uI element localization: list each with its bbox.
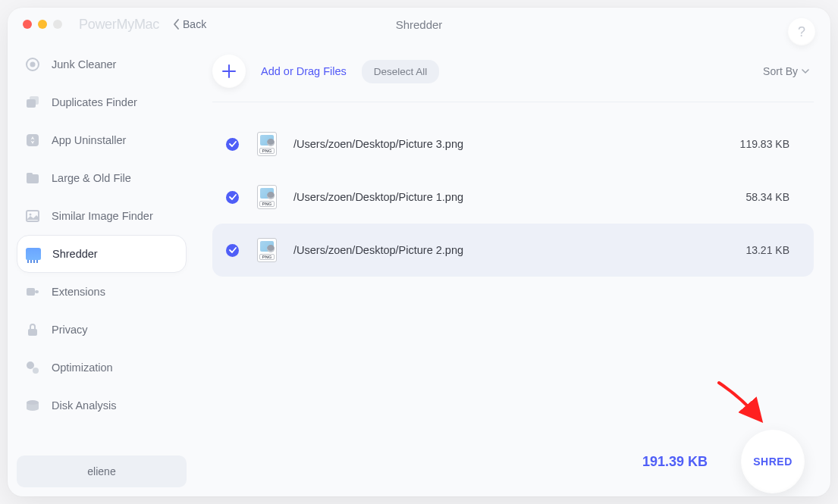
svg-rect-11 (28, 329, 37, 336)
file-path: /Users/zoen/Desktop/Picture 1.png (293, 191, 745, 203)
svg-rect-10 (35, 290, 39, 293)
plus-icon (221, 64, 237, 79)
file-checkbox[interactable] (226, 191, 239, 204)
svg-rect-6 (27, 173, 33, 176)
large-old-file-icon (24, 170, 41, 186)
svg-point-8 (30, 214, 32, 216)
total-size: 191.39 KB (642, 454, 708, 470)
sidebar-item-label: Extensions (52, 286, 105, 298)
shred-button[interactable]: SHRED (741, 430, 805, 493)
file-ext-label: PNG (259, 148, 274, 154)
sidebar-item-app-uninstaller[interactable]: App Uninstaller (17, 121, 187, 159)
sidebar-item-junk-cleaner[interactable]: Junk Cleaner (17, 45, 187, 83)
file-size: 58.34 KB (745, 191, 800, 203)
back-label: Back (183, 18, 206, 30)
file-row[interactable]: PNG/Users/zoen/Desktop/Picture 1.png58.3… (212, 171, 814, 224)
sidebar-item-similar-image-finder[interactable]: Similar Image Finder (17, 197, 187, 235)
sort-by-button[interactable]: Sort By (763, 65, 814, 77)
png-file-icon: PNG (257, 238, 277, 262)
sidebar-item-label: Large & Old File (52, 172, 131, 184)
sidebar-item-optimization[interactable]: Optimization (17, 349, 187, 387)
add-files-label: Add or Drag Files (261, 65, 347, 77)
privacy-icon (24, 321, 41, 338)
sidebar-item-label: Junk Cleaner (52, 58, 116, 70)
minimize-window-icon[interactable] (38, 20, 47, 29)
file-path: /Users/zoen/Desktop/Picture 3.png (293, 138, 740, 150)
sidebar: Junk Cleaner Duplicates Finder App Unins… (8, 41, 196, 496)
sidebar-item-disk-analysis[interactable]: Disk Analysis (17, 387, 187, 424)
svg-rect-9 (27, 288, 35, 296)
sidebar-item-shredder[interactable]: Shredder (17, 235, 187, 273)
help-button[interactable]: ? (788, 18, 815, 45)
similar-image-icon (24, 208, 41, 224)
file-row[interactable]: PNG/Users/zoen/Desktop/Picture 2.png13.2… (212, 224, 814, 277)
file-checkbox[interactable] (226, 138, 239, 151)
file-size: 119.83 KB (740, 138, 800, 150)
zoom-window-icon[interactable] (53, 20, 62, 29)
chevron-down-icon (802, 69, 809, 74)
add-files-button[interactable] (212, 55, 246, 88)
close-window-icon[interactable] (23, 20, 32, 29)
svg-point-12 (27, 362, 34, 369)
chevron-left-icon (173, 19, 180, 30)
svg-point-1 (30, 62, 36, 67)
duplicates-icon (24, 94, 41, 111)
shredder-icon (25, 246, 42, 262)
disk-analysis-icon (24, 397, 41, 414)
sidebar-item-label: Duplicates Finder (52, 96, 137, 108)
back-button[interactable]: Back (173, 18, 206, 30)
png-file-icon: PNG (257, 132, 277, 156)
sidebar-item-label: Shredder (52, 248, 98, 260)
svg-rect-4 (27, 134, 39, 146)
extensions-icon (24, 283, 41, 300)
traffic-lights[interactable] (23, 20, 62, 29)
user-name[interactable]: eliene (17, 455, 187, 487)
sidebar-item-label: Optimization (52, 362, 113, 374)
app-uninstaller-icon (24, 132, 41, 149)
file-ext-label: PNG (259, 201, 274, 207)
file-list: PNG/Users/zoen/Desktop/Picture 3.png119.… (212, 117, 814, 277)
file-ext-label: PNG (259, 254, 274, 260)
sidebar-item-label: App Uninstaller (52, 134, 126, 146)
svg-rect-3 (30, 96, 39, 105)
file-size: 13.21 KB (745, 244, 800, 256)
sidebar-item-label: Privacy (52, 324, 88, 336)
sidebar-item-label: Disk Analysis (52, 399, 116, 412)
file-row[interactable]: PNG/Users/zoen/Desktop/Picture 3.png119.… (212, 117, 814, 171)
sidebar-item-large-old-file[interactable]: Large & Old File (17, 159, 187, 197)
app-name: PowerMyMac (79, 17, 159, 33)
file-checkbox[interactable] (226, 244, 239, 257)
sort-by-label: Sort By (763, 65, 798, 77)
svg-point-13 (33, 368, 39, 374)
file-path: /Users/zoen/Desktop/Picture 2.png (293, 244, 745, 256)
sidebar-item-extensions[interactable]: Extensions (17, 273, 187, 311)
sidebar-item-duplicates-finder[interactable]: Duplicates Finder (17, 83, 187, 121)
sidebar-item-privacy[interactable]: Privacy (17, 311, 187, 349)
png-file-icon: PNG (257, 185, 277, 209)
junk-cleaner-icon (24, 56, 41, 73)
sidebar-item-label: Similar Image Finder (52, 210, 153, 222)
deselect-all-button[interactable]: Deselect All (362, 60, 440, 83)
page-title: Shredder (396, 18, 443, 31)
optimization-icon (24, 359, 41, 376)
